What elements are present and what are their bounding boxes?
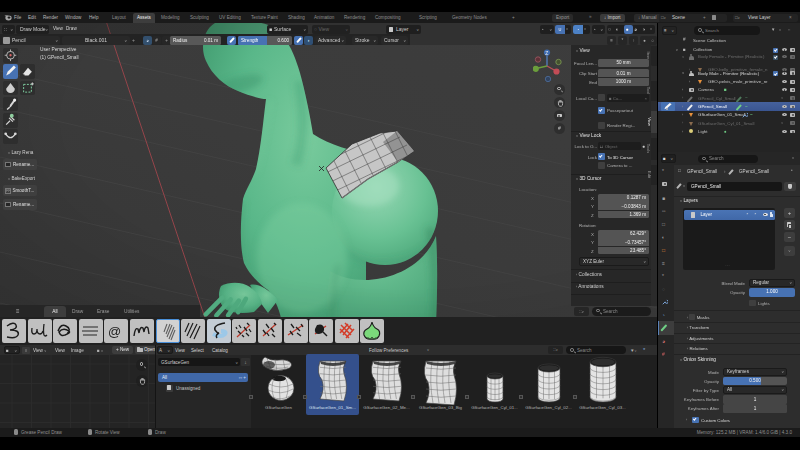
svg-text:@: @ bbox=[108, 324, 121, 339]
svg-text:Z: Z bbox=[545, 50, 548, 56]
